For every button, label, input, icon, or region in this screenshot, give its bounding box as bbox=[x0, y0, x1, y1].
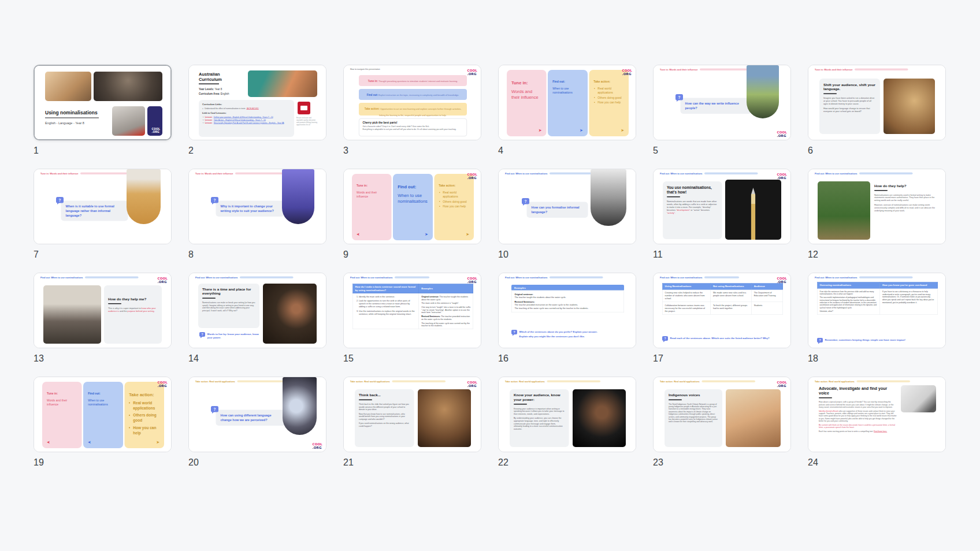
slide-thumbnail-23[interactable]: Take action: Real world applications COO… bbox=[653, 377, 791, 452]
area-value: English bbox=[220, 92, 229, 95]
slide-cell-14: Find out: When to use nominalisations Th… bbox=[188, 273, 326, 364]
section-header: Take action: Real world applications bbox=[505, 380, 600, 383]
slide-thumbnail-5[interactable]: Tune in: Words and their influence ? How… bbox=[653, 65, 791, 140]
slide-title: Australian Curriculum bbox=[199, 72, 242, 82]
sdg-caption: Ensure inclusive and equitable quality e… bbox=[296, 117, 318, 126]
slide-number: 10 bbox=[498, 250, 636, 260]
next-arrow-icon: ➤ bbox=[466, 232, 469, 237]
photo-typing bbox=[45, 72, 91, 101]
question-text: When is it suitable to use formal langua… bbox=[61, 201, 128, 221]
lesson-link[interactable]: Structurally Speaking Part A and Part B … bbox=[214, 121, 284, 124]
slide-thumbnail-3[interactable]: How to navigate this presentation COOL.O… bbox=[343, 65, 481, 140]
photo-person-plant bbox=[747, 65, 779, 118]
slide-thumbnail-6[interactable]: Tune in: Words and their influence Shift… bbox=[808, 65, 946, 140]
back-arrow-icon: ➤ bbox=[47, 440, 50, 445]
cherry-pick-box: Cherry pick the best parts! Got a favour… bbox=[359, 118, 467, 136]
slide-thumbnail-9[interactable]: Tune in: Words and their influence ➤ Fin… bbox=[343, 169, 481, 244]
slide-thumbnail-16[interactable]: Find out: When to use nominalisations Ex… bbox=[498, 273, 636, 348]
photo-thinking-man bbox=[263, 284, 317, 344]
slide-cell-2: Australian Curriculum Year Levels: Year … bbox=[188, 65, 326, 156]
slide-number: 13 bbox=[34, 353, 172, 364]
slide-grid: Using nominalisations English - Language… bbox=[34, 65, 946, 468]
question-text: Read each of the sentences above. Which … bbox=[670, 337, 777, 340]
slide-thumbnail-20[interactable]: Take action: Real world applications ? H… bbox=[188, 377, 326, 452]
text-card: Know your audience, know your power: Kno… bbox=[510, 389, 569, 447]
brand-panel: COOL.ORG bbox=[147, 106, 162, 136]
slide-title: Advocate, investigate and find your voic… bbox=[819, 386, 897, 396]
photo-speaker-microphone bbox=[573, 389, 626, 447]
photo-children bbox=[248, 70, 317, 97]
section-header: Find out: When to use nominalisations bbox=[40, 276, 139, 279]
slide-number: 17 bbox=[653, 353, 791, 364]
text-card: You use nominalisations, that's how! Nom… bbox=[663, 181, 722, 239]
slide-thumbnail-13[interactable]: Find out: When to use nominalisations CO… bbox=[34, 273, 172, 348]
photo-bubble-person bbox=[283, 377, 317, 435]
slide-number: 7 bbox=[34, 250, 172, 260]
next-arrow-icon: ➤ bbox=[580, 128, 583, 133]
find-them-here-link[interactable]: Find them here. bbox=[874, 430, 887, 432]
slide-thumbnail-18[interactable]: Find out: When to use nominalisations Ov… bbox=[808, 273, 946, 348]
section-header: Find out: When to use nominalisations bbox=[660, 172, 758, 175]
slide-title: Think back... bbox=[359, 393, 410, 397]
slide-title: You use nominalisations, that's how! bbox=[667, 185, 718, 194]
section-header: Find out: When to use nominalisations bbox=[660, 276, 739, 279]
cool-org-logo: COOL.ORG bbox=[313, 442, 322, 449]
slide-thumbnail-14[interactable]: Find out: When to use nominalisations Th… bbox=[188, 273, 326, 348]
slide-thumbnail-12[interactable]: Find out: When to use nominalisations Ho… bbox=[808, 169, 946, 244]
cool-org-logo: COOL.ORG bbox=[467, 381, 477, 388]
slide-number: 21 bbox=[343, 457, 481, 468]
slide-number: 22 bbox=[498, 457, 636, 468]
text-card: Indigenous voices The Seed Indigenous Yo… bbox=[665, 389, 722, 447]
slide-cell-7: Tune in: Words and their influence ? Whe… bbox=[34, 169, 172, 260]
slide-thumbnail-15[interactable]: Find out: When to use nominalisations CO… bbox=[343, 273, 481, 348]
question-icon: ? bbox=[199, 332, 205, 337]
question-icon: ? bbox=[662, 336, 668, 341]
slide-title: Know your audience, know your power: bbox=[514, 393, 565, 402]
slide-number: 18 bbox=[808, 353, 946, 364]
find-out-column: Find out: When to use nominalisations ➤ bbox=[548, 70, 588, 136]
back-arrow-icon: ➤ bbox=[357, 232, 360, 237]
section-header: Take action: Real world applications bbox=[350, 380, 446, 383]
slide-thumbnail-24[interactable]: Take action: Real world applications Adv… bbox=[808, 377, 946, 452]
slide-thumbnail-8[interactable]: Tune in: Words and their influence ? Why… bbox=[188, 169, 326, 244]
find-out-banner: Find out: Explicit instruction on the to… bbox=[359, 89, 467, 100]
slide-thumbnail-1[interactable]: Using nominalisations English - Language… bbox=[34, 65, 172, 140]
section-header: Take action: Real world applications bbox=[195, 380, 291, 383]
question-text: How can the way we write influence peopl… bbox=[681, 98, 752, 114]
section-header: Find out: When to use nominalisations bbox=[505, 276, 603, 279]
slide-thumbnail-22[interactable]: Take action: Real world applications Kno… bbox=[498, 377, 636, 452]
slide-thumbnail-10[interactable]: Find out: When to use nominalisations ? … bbox=[498, 169, 636, 244]
question-line-1: Which of the sentences above do you pref… bbox=[519, 330, 623, 334]
photo-pencil bbox=[725, 180, 781, 240]
cool-org-logo: COOL.ORG bbox=[467, 173, 477, 180]
slide-thumbnail-4[interactable]: Tune in: Words and their influence ➤ Fin… bbox=[498, 65, 636, 140]
slide-thumbnail-21[interactable]: Take action: Real world applications COO… bbox=[343, 377, 481, 452]
examples-body: Original sentence: The teacher taught th… bbox=[511, 290, 624, 312]
section-header: Tune in: Words and their influence bbox=[660, 68, 753, 71]
cool-org-logo: COOL.ORG bbox=[777, 173, 787, 180]
slide-thumbnail-7[interactable]: Tune in: Words and their influence ? Whe… bbox=[34, 169, 172, 244]
slide-cell-20: Take action: Real world applications ? H… bbox=[188, 377, 326, 468]
tune-in-column: Tune in: Words and their influence ➤ bbox=[352, 174, 392, 240]
slide-thumbnail-19[interactable]: Tune in: Words and their influence ➤ Fin… bbox=[34, 377, 172, 452]
slide-thumbnail-11[interactable]: Find out: When to use nominalisations CO… bbox=[653, 169, 791, 244]
take-action-column: Take action: Real world applicationsOthe… bbox=[589, 70, 629, 136]
curriculum-code-link[interactable]: (ACELA1546) bbox=[247, 107, 259, 110]
deck-title: Using nominalisations bbox=[45, 110, 106, 116]
slide-thumbnail-17[interactable]: Find out: When to use nominalisations CO… bbox=[653, 273, 791, 348]
slide-cell-11: Find out: When to use nominalisations CO… bbox=[653, 169, 791, 260]
slide-cell-8: Tune in: Words and their influence ? Why… bbox=[188, 169, 326, 260]
slide-cell-22: Take action: Real world applications Kno… bbox=[498, 377, 636, 468]
cool-org-logo: COOL.ORG bbox=[777, 277, 787, 284]
slide-cell-16: Find out: When to use nominalisations Ex… bbox=[498, 273, 636, 364]
question-icon: ? bbox=[211, 197, 218, 203]
photo-coins bbox=[884, 79, 935, 134]
slide-number: 24 bbox=[808, 457, 946, 468]
cool-org-logo: COOL.ORG bbox=[622, 69, 632, 76]
section-header: Tune in: Words and their influence bbox=[40, 172, 133, 175]
tune-in-banner: Tune in: Thought provoking questions to … bbox=[359, 75, 467, 86]
slide-title: How do they help me? bbox=[108, 297, 158, 301]
question-icon: ? bbox=[522, 198, 529, 204]
slide-title: Indigenous voices bbox=[669, 393, 718, 397]
slide-thumbnail-2[interactable]: Australian Curriculum Year Levels: Year … bbox=[188, 65, 326, 140]
